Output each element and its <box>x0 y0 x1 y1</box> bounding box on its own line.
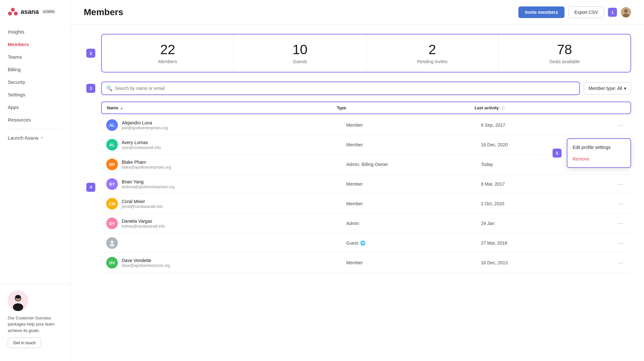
chevron-down-icon: ▾ <box>624 86 626 91</box>
table-row: Guest 🌐 27 Mar, 2018 ··· <box>101 233 631 253</box>
table-row: DV Dave Vendette dave@apolloenterprises.… <box>101 253 631 273</box>
member-email: jerold@randasana6.info <box>122 204 346 209</box>
member-name: Dave Vendette <box>122 258 346 263</box>
member-email: britney@randasana6.info <box>122 224 346 229</box>
more-options-button[interactable]: ··· <box>616 199 626 209</box>
avatar-icon <box>621 7 631 17</box>
table-section: 4 Name ▲ Type Last activity i AL <box>101 102 631 273</box>
member-email: andrew@apolloenterprises.org <box>122 185 346 189</box>
member-name: Blake Pham <box>122 160 346 165</box>
page-header: Members Invite members Export CSV 1 <box>71 0 644 25</box>
svg-point-2 <box>14 12 18 15</box>
sidebar-item-security[interactable]: Security <box>4 76 67 88</box>
promo-avatar <box>8 290 28 311</box>
step-badge-3: 3 <box>86 84 95 93</box>
step-badge-2: 2 <box>86 49 95 58</box>
member-email: joel@apolloenterprises.org <box>122 126 346 130</box>
content-area: 2 22 Members 10 Guests 2 Pending invites… <box>71 25 644 361</box>
member-email: ryan@randasana6.info <box>122 145 346 150</box>
globe-icon: 🌐 <box>360 240 365 246</box>
member-type: Member <box>346 122 481 128</box>
member-info: Brian Yang andrew@apolloenterprises.org <box>122 179 346 189</box>
table-row: CM Coral Meier jerold@randasana6.info Me… <box>101 194 631 214</box>
context-menu: 5 Edit profile settings Remove <box>567 138 631 168</box>
member-type-filter[interactable]: Member type: All ▾ <box>584 82 631 94</box>
get-in-touch-button[interactable]: Get in touch <box>8 337 41 348</box>
avatar-illustration <box>8 290 28 311</box>
asana-logo-icon <box>8 6 18 17</box>
table-row: AL Alejandro Luna joel@apolloenterprises… <box>101 115 631 135</box>
member-info: Alejandro Luna joel@apolloenterprises.or… <box>122 120 346 130</box>
remove-menu-item[interactable]: Remove <box>567 153 630 165</box>
member-info: Coral Meier jerold@randasana6.info <box>122 199 346 209</box>
member-activity: 6 Sep, 2017 <box>481 122 616 128</box>
step-badge-5: 5 <box>553 149 562 158</box>
sidebar: asana ADMIN Insights Members Teams Billi… <box>0 0 71 361</box>
member-name: Daniela Vargas <box>122 219 346 224</box>
header-actions: Invite members Export CSV 1 <box>518 6 631 18</box>
svg-point-0 <box>11 8 15 12</box>
stat-seats-number: 78 <box>505 42 624 57</box>
export-csv-button[interactable]: Export CSV <box>568 6 604 18</box>
sidebar-item-teams[interactable]: Teams <box>4 51 67 63</box>
launch-asana-link[interactable]: Launch Asana ↗ <box>4 132 67 144</box>
more-options-button[interactable]: ··· <box>616 258 626 268</box>
search-icon: 🔍 <box>106 85 113 92</box>
members-list: AL Alejandro Luna joel@apolloenterprises… <box>101 115 631 273</box>
member-info: Blake Pham blake@apolloenterprises.org <box>122 160 346 170</box>
member-name: Brian Yang <box>122 179 346 184</box>
sidebar-promo: Our Customer Success packages help your … <box>0 284 71 355</box>
stat-members-label: Members <box>108 59 227 64</box>
promo-text: Our Customer Success packages help your … <box>8 315 63 334</box>
step-badge-4: 4 <box>86 183 95 192</box>
member-activity: 8 Mar, 2017 <box>481 181 616 187</box>
member-activity: 2 Oct, 2020 <box>481 201 616 206</box>
stat-guests: 10 Guests <box>234 34 366 72</box>
stats-section: 2 22 Members 10 Guests 2 Pending invites… <box>101 34 631 73</box>
sidebar-item-members[interactable]: Members <box>4 38 67 50</box>
member-type: Member <box>346 181 481 187</box>
avatar: DV <box>106 218 118 229</box>
col-activity-header[interactable]: Last activity i <box>475 105 612 110</box>
sidebar-item-apps[interactable]: Apps <box>4 101 67 113</box>
stats-cards: 22 Members 10 Guests 2 Pending invites 7… <box>101 34 631 73</box>
table-row: DV Daniela Vargas britney@randasana6.inf… <box>101 214 631 233</box>
svg-point-11 <box>110 240 114 244</box>
member-activity: 29 Jan <box>481 221 616 226</box>
avatar: DV <box>106 257 118 268</box>
col-name-header[interactable]: Name ▲ <box>107 105 337 110</box>
col-type-header: Type <box>337 105 475 110</box>
member-activity: 16 Dec, 2013 <box>481 260 616 265</box>
stat-guests-label: Guests <box>241 59 360 64</box>
member-type: Member <box>346 201 481 206</box>
external-link-icon: ↗ <box>40 136 43 140</box>
sidebar-item-settings[interactable]: Settings <box>4 89 67 101</box>
edit-profile-menu-item[interactable]: Edit profile settings <box>567 141 630 153</box>
invite-members-button[interactable]: Invite members <box>518 6 564 18</box>
asana-wordmark: asana <box>21 8 39 15</box>
search-section: 3 🔍 Member type: All ▾ <box>101 82 631 95</box>
svg-rect-7 <box>15 295 21 299</box>
sidebar-item-billing[interactable]: Billing <box>4 63 67 75</box>
sort-arrow-icon: ▲ <box>120 106 123 110</box>
more-options-button[interactable]: ··· <box>616 218 626 229</box>
svg-point-9 <box>624 9 628 13</box>
stat-pending: 2 Pending invites <box>366 34 499 72</box>
user-avatar[interactable] <box>621 7 631 17</box>
avatar: AL <box>106 119 118 131</box>
more-options-button[interactable]: ··· <box>616 120 626 130</box>
member-type: Admin <box>346 221 481 226</box>
member-type: Member <box>346 142 481 147</box>
more-options-button[interactable]: ··· <box>616 179 626 189</box>
sidebar-item-resources[interactable]: Resources <box>4 114 67 126</box>
member-type: Admin, Billing Owner <box>346 162 481 167</box>
stat-members: 22 Members <box>102 34 234 72</box>
member-email: blake@apolloenterprises.org <box>122 165 346 170</box>
stat-guests-number: 10 <box>241 42 360 57</box>
sidebar-nav: Insights Members Teams Billing Security … <box>0 26 71 277</box>
more-options-button[interactable]: ··· <box>616 238 626 248</box>
search-input[interactable] <box>102 82 579 94</box>
member-info: Avery Lomax ryan@randasana6.info <box>122 140 346 150</box>
sidebar-item-insights[interactable]: Insights <box>4 26 67 38</box>
table-row: BY Brian Yang andrew@apolloenterprises.o… <box>101 174 631 194</box>
